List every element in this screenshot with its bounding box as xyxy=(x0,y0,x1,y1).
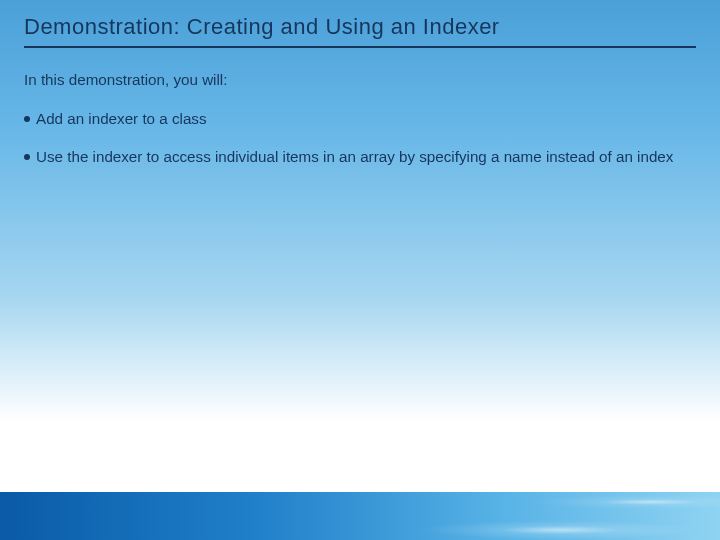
bullet-text: Add an indexer to a class xyxy=(36,109,692,130)
list-item: Add an indexer to a class xyxy=(24,109,692,130)
bullet-text: Use the indexer to access individual ite… xyxy=(36,147,692,168)
content-area: In this demonstration, you will: Add an … xyxy=(24,70,692,186)
slide: Demonstration: Creating and Using an Ind… xyxy=(0,0,720,540)
intro-text: In this demonstration, you will: xyxy=(24,70,692,91)
footer-band xyxy=(0,492,720,540)
list-item: Use the indexer to access individual ite… xyxy=(24,147,692,168)
slide-title: Demonstration: Creating and Using an Ind… xyxy=(24,14,696,40)
bullet-icon xyxy=(24,116,30,122)
title-band: Demonstration: Creating and Using an Ind… xyxy=(24,14,696,48)
bullet-icon xyxy=(24,154,30,160)
